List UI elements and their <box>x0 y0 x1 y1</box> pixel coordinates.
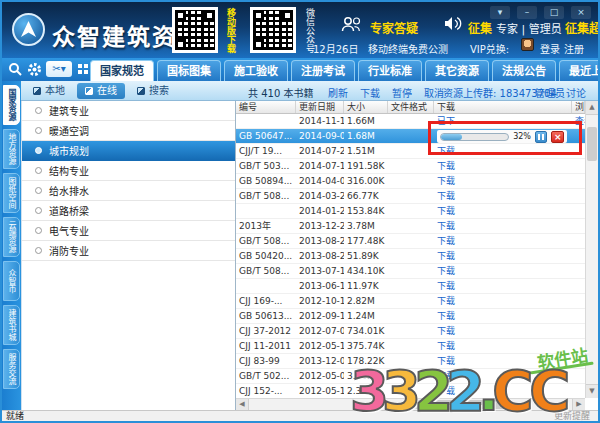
cell: 2013-07-18 <box>296 264 344 278</box>
vtab-7[interactable]: 服务交流 <box>3 349 20 389</box>
column-header[interactable]: 大小 <box>344 101 388 113</box>
table-row[interactable]: GB/T 508...2014-03-2566.77K下载 <box>236 189 585 204</box>
download-link[interactable]: 下载 <box>437 311 455 321</box>
vtab-2[interactable]: 地方资源 <box>3 129 20 169</box>
action-link-2[interactable]: 下载 <box>360 85 380 100</box>
table-row[interactable]: CJJ 152-...2012-05-182.34M下载 <box>236 384 585 398</box>
download-cell: 下载 <box>434 174 572 188</box>
column-header[interactable]: 下载 <box>434 101 572 113</box>
tab-4[interactable]: 注册考试 <box>291 60 355 82</box>
category-item[interactable]: 结构专业 <box>22 161 235 181</box>
cell: 2012-05-18 <box>296 384 344 398</box>
login-link[interactable]: 登录 <box>540 41 560 56</box>
category-item[interactable]: 暖通空调 <box>22 121 235 141</box>
minimize-button[interactable]: – <box>517 6 537 19</box>
vertical-scrollbar[interactable]: ▲ ▼ <box>585 101 598 398</box>
table-row[interactable]: GB/T 503...2014-07-11191.58K下载 <box>236 159 585 174</box>
download-link[interactable]: 下载 <box>437 221 455 231</box>
tab-2[interactable]: 国标图集 <box>157 60 221 82</box>
download-link[interactable]: 下载 <box>437 176 455 186</box>
action-link-4[interactable]: 取消 <box>424 85 444 100</box>
table-row[interactable]: 2013-06-1411.97K下载 <box>236 279 585 294</box>
cell: 2014-09-01 <box>296 129 344 143</box>
skin-menu-button[interactable]: ▾ <box>490 6 510 19</box>
download-link[interactable]: 下载 <box>437 281 455 291</box>
tab-6[interactable]: 其它资源 <box>425 60 489 82</box>
collect-link[interactable]: 征集 <box>468 19 492 36</box>
category-item[interactable]: 建筑专业 <box>22 101 235 121</box>
search-icon[interactable] <box>8 62 22 76</box>
expert-qa-link[interactable]: 专家答疑 <box>370 19 418 36</box>
vtab-3[interactable]: 图纸空间 <box>3 173 20 213</box>
table-row[interactable]: CJJ 37-20122012-07-06734.01K下载 <box>236 324 585 339</box>
vip-exchange-label[interactable]: VIP兑换: <box>470 41 509 56</box>
column-header[interactable]: 更新日期 <box>296 101 344 113</box>
download-link[interactable]: 下载 <box>437 296 455 306</box>
download-link[interactable]: 下载 <box>437 161 455 171</box>
discuss-link[interactable]: 讨论 <box>566 85 586 100</box>
column-header[interactable]: 浏览 <box>572 101 585 113</box>
cell: 1.51M <box>344 144 388 158</box>
scroll-up-arrow[interactable]: ▲ <box>586 101 598 115</box>
tab-3[interactable]: 施工验收 <box>224 60 288 82</box>
category-item[interactable]: 电气专业 <box>22 221 235 241</box>
download-link[interactable]: 下载 <box>437 266 455 276</box>
table-row[interactable]: GB/T 508...2013-08-27177.48K下载 <box>236 234 585 249</box>
close-button[interactable]: × <box>571 6 591 19</box>
category-item[interactable]: 道路桥梁 <box>22 201 235 221</box>
category-item[interactable]: 给水排水 <box>22 181 235 201</box>
download-link[interactable]: 下载 <box>437 191 455 201</box>
scroll-down-arrow[interactable]: ▼ <box>586 384 598 398</box>
action-link-1[interactable]: 刷新 <box>328 85 348 100</box>
tab-7[interactable]: 法规公告 <box>492 60 556 82</box>
table-row[interactable]: CJJ 11-20112012-05-18375.74K下载 <box>236 339 585 354</box>
register-link[interactable]: 注册 <box>564 41 584 56</box>
download-link[interactable]: 下载 <box>437 236 455 246</box>
horizontal-scrollbar[interactable]: ◀ ▶ <box>236 398 585 410</box>
table-row[interactable]: CJJ 169-...2012-10-192.82M下载 <box>236 294 585 309</box>
vertical-scroll-thumb[interactable] <box>587 127 597 161</box>
apps-grid-icon[interactable] <box>78 64 82 68</box>
collect-super-link[interactable]: 征集超级专家 <box>565 19 600 36</box>
tab-8[interactable]: 最近上传 <box>559 60 600 82</box>
gear-icon[interactable] <box>27 62 42 77</box>
column-header[interactable]: 文件格式 <box>388 101 434 113</box>
download-link[interactable]: 下载 <box>437 341 455 351</box>
table-row[interactable]: GB 50894...2014-04-03316.00K下载 <box>236 174 585 189</box>
subtab-2[interactable]: 在线 <box>77 83 125 99</box>
action-link-3[interactable]: 暂停 <box>392 85 412 100</box>
tab-1[interactable]: 国家规范 <box>90 60 154 82</box>
collect-roles[interactable]: 专家 | 管理员 <box>496 20 562 36</box>
maximize-button[interactable]: □ <box>544 6 564 19</box>
subtab-3[interactable]: 搜索 <box>129 83 177 99</box>
capture-tool-button[interactable]: ✂▾ <box>46 61 72 77</box>
category-item[interactable]: 城市规划 <box>22 141 235 161</box>
vtab-4[interactable]: 云端资源 <box>3 217 20 257</box>
scroll-right-arrow[interactable]: ▶ <box>572 399 585 410</box>
admin-link[interactable]: 管理员 <box>535 85 565 100</box>
download-link[interactable]: 下载 <box>437 206 455 216</box>
horizontal-scroll-thumb[interactable] <box>406 400 511 409</box>
column-header[interactable]: 编号 <box>236 101 296 113</box>
tab-5[interactable]: 行业标准 <box>358 60 422 82</box>
table-row[interactable]: GB/T 502...2012-05-073.90M下载 <box>236 369 585 384</box>
category-item[interactable]: 消防专业 <box>22 241 235 261</box>
download-link[interactable]: 下载 <box>437 356 455 366</box>
table-row[interactable]: 2013年2013-12-203.78M下载 <box>236 219 585 234</box>
table-row[interactable]: GB/T 508...2013-07-18434.10K下载 <box>236 264 585 279</box>
subtab-1[interactable]: 本地 <box>25 83 73 99</box>
vtab-1[interactable]: 国家资源 <box>3 85 20 125</box>
table-row[interactable]: CJJ 83-992013-12-09178.22K下载 <box>236 354 585 369</box>
table-row[interactable]: GB 50420...2013-08-2351.89K下载 <box>236 249 585 264</box>
download-link[interactable]: 下载 <box>437 251 455 261</box>
cell: 2.82M <box>344 294 388 308</box>
cell: 1.24M <box>344 309 388 323</box>
table-row[interactable]: GB 50613...2012-09-111.24M下载 <box>236 309 585 324</box>
download-link[interactable]: 下载 <box>437 386 455 396</box>
table-row[interactable]: 2014-01-27153.84K下载 <box>236 204 585 219</box>
vtab-5[interactable]: 众智币 <box>3 261 20 301</box>
download-link[interactable]: 下载 <box>437 371 455 381</box>
download-link[interactable]: 下载 <box>437 326 455 336</box>
scroll-left-arrow[interactable]: ◀ <box>236 399 249 410</box>
vtab-6[interactable]: 建筑书城 <box>3 305 20 345</box>
